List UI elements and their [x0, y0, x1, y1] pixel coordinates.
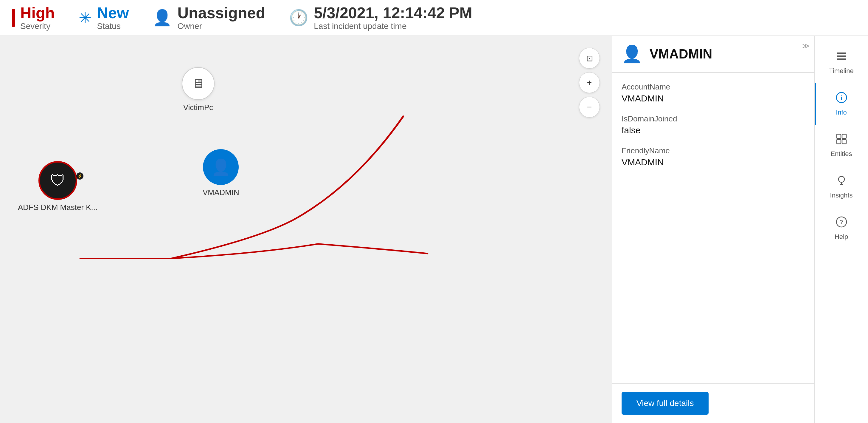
info-label: Info [836, 109, 847, 116]
svg-rect-1 [837, 55, 846, 57]
timeline-label: Timeline [829, 67, 854, 75]
victim-label: VictimPc [183, 103, 213, 112]
status-text-group: New Status [97, 4, 129, 31]
time-icon: 🕐 [289, 9, 308, 27]
path-dot-icon: ⚡ [78, 174, 83, 178]
severity-text-group: High Severity [20, 4, 55, 31]
friendlyname-label: FriendlyName [622, 146, 805, 156]
panel-collapse-button[interactable]: ≫ [802, 42, 810, 50]
svg-rect-0 [837, 53, 846, 54]
vmadmin-node[interactable]: 👤 VMADMIN [203, 149, 239, 197]
header: High Severity ✳ New Status 👤 Unassigned … [0, 0, 868, 36]
svg-rect-5 [837, 134, 841, 138]
zoom-in-button[interactable]: + [579, 72, 600, 93]
insights-label: Insights [830, 192, 853, 199]
severity-bar [12, 9, 15, 27]
sidebar-item-help[interactable]: ? Help [815, 208, 868, 249]
status-sub: Status [97, 22, 129, 31]
alert-label: ADFS DKM Master K... [18, 203, 97, 212]
isdomainjoined-value: false [622, 125, 805, 135]
time-sub: Last incident update time [314, 22, 472, 31]
timeline-icon [836, 50, 847, 65]
sidebar-item-insights[interactable]: Insights [815, 166, 868, 208]
victim-icon: 🖥 [192, 76, 205, 91]
svg-rect-7 [837, 140, 841, 144]
main-area: 🖥 VictimPc 👤 VMADMIN 🛡 ADFS DKM Master K… [0, 36, 868, 423]
info-icon: i [836, 91, 847, 106]
svg-rect-6 [842, 134, 846, 138]
info-field-isdomainjoined: IsDomainJoined false [622, 114, 805, 135]
help-icon: ? [836, 216, 847, 231]
time-item: 🕐 5/3/2021, 12:14:42 PM Last incident up… [289, 4, 472, 31]
help-label: Help [835, 233, 848, 241]
severity-sub: Severity [20, 22, 55, 31]
accountname-value: VMADMIN [622, 93, 805, 104]
accountname-label: AccountName [622, 82, 805, 91]
owner-text-group: Unassigned Owner [177, 4, 265, 31]
severity-main: High [20, 4, 55, 22]
vmadmin-circle: 👤 [203, 149, 239, 185]
owner-main: Unassigned [177, 4, 265, 22]
svg-rect-2 [837, 58, 846, 60]
friendlyname-value: VMADMIN [622, 157, 805, 167]
status-main: New [97, 4, 129, 22]
svg-point-9 [838, 176, 844, 182]
right-panel-footer: View full details [612, 383, 814, 423]
vmadmin-icon: 👤 [211, 158, 230, 176]
owner-sub: Owner [177, 22, 265, 31]
info-field-accountname: AccountName VMADMIN [622, 82, 805, 104]
fit-button[interactable]: ⊡ [579, 48, 600, 68]
info-field-friendlyname: FriendlyName VMADMIN [622, 146, 805, 167]
graph-controls: ⊡ + − [579, 48, 600, 117]
vmadmin-label: VMADMIN [203, 188, 239, 197]
owner-icon: 👤 [153, 9, 172, 27]
severity-item: High Severity [12, 4, 55, 31]
right-panel-header: 👤 VMADMIN [612, 36, 814, 73]
victim-node[interactable]: 🖥 VictimPc [182, 67, 215, 112]
sidebar-item-entities[interactable]: Entities [815, 125, 868, 166]
time-text-group: 5/3/2021, 12:14:42 PM Last incident upda… [314, 4, 472, 31]
svg-text:?: ? [840, 218, 843, 226]
zoom-out-icon: − [587, 102, 592, 112]
right-panel: ≫ 👤 VMADMIN AccountName VMADMIN IsDomain… [612, 36, 814, 423]
entities-label: Entities [831, 150, 852, 158]
insights-icon [836, 174, 847, 189]
zoom-out-button[interactable]: − [579, 97, 600, 117]
alert-icon: 🛡 [50, 171, 66, 190]
view-details-button[interactable]: View full details [622, 392, 709, 415]
right-panel-body: AccountName VMADMIN IsDomainJoined false… [612, 73, 814, 383]
alert-node[interactable]: 🛡 ADFS DKM Master K... [18, 161, 97, 212]
time-main: 5/3/2021, 12:14:42 PM [314, 4, 472, 22]
isdomainjoined-label: IsDomainJoined [622, 114, 805, 123]
alert-circle: 🛡 [38, 161, 77, 200]
victim-circle: 🖥 [182, 67, 215, 100]
svg-rect-8 [842, 140, 846, 144]
sidebar-item-info[interactable]: i Info [815, 83, 868, 125]
fit-icon: ⊡ [586, 53, 593, 63]
owner-item: 👤 Unassigned Owner [153, 4, 265, 31]
svg-text:i: i [840, 94, 842, 102]
graph-svg [0, 36, 612, 423]
entity-title: VMADMIN [650, 47, 712, 61]
entities-icon [836, 133, 847, 148]
entity-icon: 👤 [622, 44, 643, 64]
graph-area: 🖥 VictimPc 👤 VMADMIN 🛡 ADFS DKM Master K… [0, 36, 612, 423]
sidebar-nav: Timeline i Info Entities [814, 36, 868, 423]
path-midpoint: ⚡ [76, 172, 84, 179]
sidebar-item-timeline[interactable]: Timeline [815, 42, 868, 83]
zoom-in-icon: + [587, 78, 592, 87]
status-icon: ✳ [79, 9, 92, 27]
status-item: ✳ New Status [79, 4, 129, 31]
